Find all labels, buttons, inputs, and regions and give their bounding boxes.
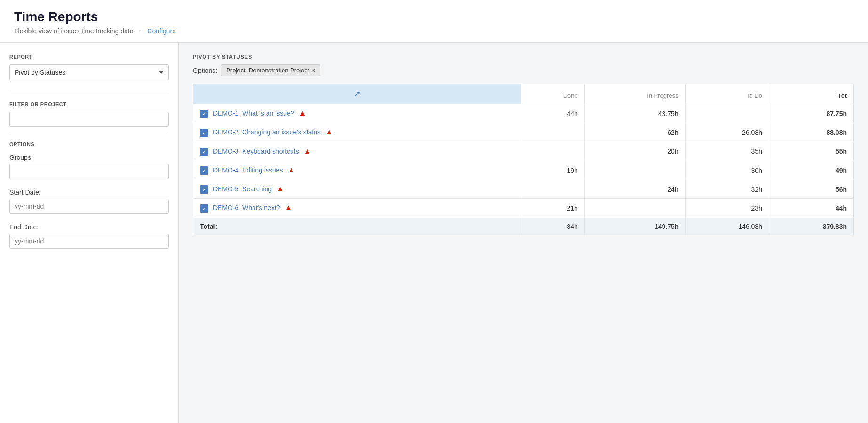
issue-icon [200, 185, 208, 194]
tot-cell: 49h [769, 161, 853, 180]
in-progress-cell: 43.75h [584, 104, 685, 123]
report-dropdown[interactable]: Pivot by Statuses [9, 64, 169, 80]
page-subtitle: Flexible view of issues time tracking da… [14, 27, 854, 35]
col-header-tot: Tot [769, 84, 853, 104]
issue-cell: DEMO-6 What's next? ▲ [193, 199, 521, 218]
sidebar-divider-2 [9, 132, 169, 132]
groups-input[interactable] [9, 164, 169, 179]
total-tot: 379.83h [769, 218, 853, 235]
arrow-up-icon: ▲ [325, 128, 333, 136]
issue-cell: DEMO-1 What is an issue? ▲ [193, 104, 521, 123]
done-cell: 44h [521, 104, 585, 123]
in-progress-cell [584, 199, 685, 218]
start-date-input[interactable] [9, 199, 169, 214]
issue-icon [200, 204, 208, 213]
main-layout: REPORT Pivot by Statuses FILTER OR PROJE… [0, 43, 868, 423]
to-do-cell: 26.08h [685, 123, 769, 142]
done-cell [521, 123, 585, 142]
groups-label: Groups: [9, 154, 169, 161]
table-row: DEMO-3 Keyboard shortcuts ▲ 20h35h55h [193, 142, 854, 161]
sidebar: REPORT Pivot by Statuses FILTER OR PROJE… [0, 43, 179, 423]
subtitle-text: Flexible view of issues time tracking da… [14, 27, 134, 35]
arrow-up-icon: ▲ [285, 204, 292, 212]
filter-input[interactable] [9, 112, 169, 127]
issue-cell: DEMO-2 Changing an issue's status ▲ [193, 123, 521, 142]
to-do-cell [685, 104, 769, 123]
issue-icon [200, 166, 208, 175]
issue-icon [200, 129, 208, 137]
remove-tag-button[interactable]: × [311, 67, 315, 74]
total-label: Total: [193, 218, 521, 235]
in-progress-cell [584, 161, 685, 180]
in-progress-cell: 62h [584, 123, 685, 142]
table-row: DEMO-2 Changing an issue's status ▲ 62h2… [193, 123, 854, 142]
total-to-do: 146.08h [685, 218, 769, 235]
issue-cell: DEMO-4 Editing issues ▲ [193, 161, 521, 180]
filter-section-title: FILTER OR PROJECT [9, 102, 169, 107]
page-header: Time Reports Flexible view of issues tim… [0, 0, 868, 43]
page-title: Time Reports [14, 9, 854, 24]
issue-link[interactable]: DEMO-3 Keyboard shortcuts [213, 148, 299, 155]
option-tag-text: Project: Demonstration Project [226, 67, 309, 74]
total-in-progress: 149.75h [584, 218, 685, 235]
to-do-cell: 35h [685, 142, 769, 161]
subtitle-dot: · [139, 27, 141, 35]
issue-link[interactable]: DEMO-5 Searching [213, 185, 272, 193]
arrow-up-icon: ▲ [299, 109, 307, 117]
col-header-done: Done [521, 84, 585, 104]
done-cell [521, 180, 585, 199]
table-row: DEMO-5 Searching ▲ 24h32h56h [193, 180, 854, 199]
issue-icon [200, 110, 208, 118]
issue-link[interactable]: DEMO-6 What's next? [213, 204, 280, 212]
issue-cell: DEMO-3 Keyboard shortcuts ▲ [193, 142, 521, 161]
tot-cell: 88.08h [769, 123, 853, 142]
table-row: DEMO-4 Editing issues ▲ 19h30h49h [193, 161, 854, 180]
configure-link[interactable]: Configure [147, 27, 176, 35]
arrow-up-icon: ▲ [287, 166, 295, 174]
expand-arrow-icon: ↗ [354, 89, 361, 99]
start-date-label: Start Date: [9, 188, 169, 196]
options-label: Options: [193, 67, 217, 74]
to-do-cell: 23h [685, 199, 769, 218]
in-progress-cell: 24h [584, 180, 685, 199]
options-section-title: OPTIONS [9, 141, 169, 147]
issue-link[interactable]: DEMO-1 What is an issue? [213, 110, 294, 117]
tot-cell: 44h [769, 199, 853, 218]
sidebar-divider-1 [9, 92, 169, 92]
tot-cell: 55h [769, 142, 853, 161]
total-row: Total:84h149.75h146.08h379.83h [193, 218, 854, 235]
done-cell: 19h [521, 161, 585, 180]
done-cell [521, 142, 585, 161]
col-header-to-do: To Do [685, 84, 769, 104]
table-row: DEMO-1 What is an issue? ▲ 44h43.75h87.7… [193, 104, 854, 123]
col-header-issue: ↗ [193, 84, 521, 104]
total-done: 84h [521, 218, 585, 235]
expand-button[interactable]: ↗ [351, 87, 364, 101]
tot-cell: 56h [769, 180, 853, 199]
option-tag: Project: Demonstration Project × [221, 64, 320, 76]
arrow-up-icon: ▲ [304, 147, 311, 155]
col-header-in-progress: In Progress [584, 84, 685, 104]
end-date-input[interactable] [9, 234, 169, 249]
tot-cell: 87.75h [769, 104, 853, 123]
options-row: Options: Project: Demonstration Project … [193, 64, 854, 76]
main-content: PIVOT BY STATUSES Options: Project: Demo… [179, 43, 868, 423]
table-header-row: ↗ Done In Progress To Do Tot [193, 84, 854, 104]
to-do-cell: 30h [685, 161, 769, 180]
done-cell: 21h [521, 199, 585, 218]
in-progress-cell: 20h [584, 142, 685, 161]
issue-link[interactable]: DEMO-2 Changing an issue's status [213, 128, 321, 136]
arrow-up-icon: ▲ [276, 185, 284, 193]
issue-icon [200, 148, 208, 156]
report-section-title: REPORT [9, 54, 169, 60]
pivot-section-title: PIVOT BY STATUSES [193, 54, 854, 60]
issue-cell: DEMO-5 Searching ▲ [193, 180, 521, 199]
table-row: DEMO-6 What's next? ▲ 21h23h44h [193, 199, 854, 218]
to-do-cell: 32h [685, 180, 769, 199]
issue-link[interactable]: DEMO-4 Editing issues [213, 166, 283, 174]
pivot-table: ↗ Done In Progress To Do Tot DEMO-1 What… [193, 84, 854, 235]
end-date-label: End Date: [9, 223, 169, 231]
